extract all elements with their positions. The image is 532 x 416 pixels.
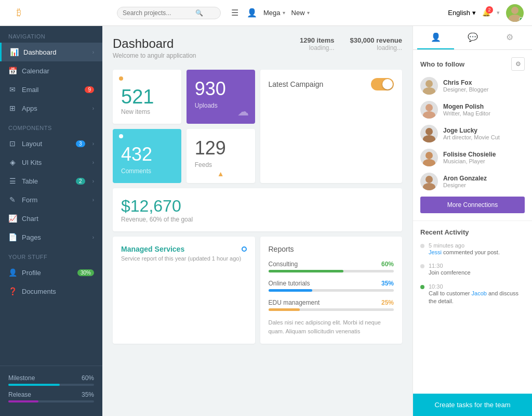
follow-name-3: Folisise Chosielie (443, 151, 496, 158)
page-header-left: Dashboard Welcome to angulr application (113, 36, 196, 59)
sidebar-item-layout[interactable]: ⊡ Layout 3 › (0, 134, 102, 153)
sidebar-item-table[interactable]: ☰ Table 2 › (0, 172, 102, 190)
sidebar-item-chart[interactable]: 📈 Chart (0, 209, 102, 228)
who-to-follow-header: Who to follow ⚙ (420, 57, 525, 71)
svg-point-0 (511, 7, 518, 14)
milestone-row: Milestone 60% (8, 374, 94, 382)
sidebar-item-pages[interactable]: 📄 Pages › (0, 228, 102, 246)
notification-bell[interactable]: 🔔 2 (482, 9, 490, 17)
create-task-button[interactable]: Create tasks for the team (413, 394, 532, 416)
follow-role-2: Art director, Movie Cut (443, 134, 500, 140)
milestone-progress-fill (8, 384, 60, 386)
sidebar-label-chart: Chart (22, 215, 94, 223)
milestone-label: Milestone (8, 374, 35, 382)
campaign-toggle[interactable] (371, 78, 394, 90)
bottom-row: Managed Services Service report of this … (113, 237, 402, 344)
tab-profile[interactable]: 👤 (417, 26, 454, 49)
stat-items: 1290 items loading... (300, 36, 335, 51)
user-avatar[interactable] (506, 4, 524, 22)
report-consulting-row: Consulting 60% (269, 261, 394, 268)
milestone-pct: 60% (82, 374, 94, 382)
mega-menu[interactable]: Mega ▾ (263, 9, 285, 17)
release-label: Release (8, 391, 31, 398)
sidebar-label-table: Table (22, 177, 71, 185)
dashboard-icon: 📊 (10, 48, 18, 56)
uikits-icon: ◈ (8, 158, 17, 166)
activity-link-jacob[interactable]: Jacob (472, 290, 487, 296)
report-edu-fill (269, 308, 300, 311)
list-icon[interactable]: ☰ (231, 8, 238, 18)
form-icon: ✎ (8, 196, 17, 204)
follow-item-4: Aron Gonzalez Designer (420, 173, 525, 190)
more-connections-button[interactable]: More Connections (420, 197, 525, 213)
card-revenue: $12,670 Revenue, 60% of the goal (113, 188, 402, 231)
topbar-dropdown-arrow[interactable]: ▾ (497, 9, 500, 16)
search-input[interactable] (123, 9, 195, 17)
report-tutorials-pct: 35% (381, 280, 394, 287)
activity-dot-0 (420, 244, 424, 248)
language-selector[interactable]: English ▾ (448, 9, 476, 17)
pages-arrow: › (92, 235, 94, 240)
sidebar-label-pages: Pages (22, 233, 87, 241)
layout-arrow: › (92, 141, 94, 147)
milestone-progress-track (8, 384, 94, 386)
sidebar-item-email[interactable]: ✉ Email 9 (0, 80, 102, 99)
activity-text-2: Call to customer Jacob and discuss the d… (429, 290, 525, 306)
topbar-right: English ▾ 🔔 2 ▾ (448, 4, 524, 22)
dashboard-arrow: › (92, 49, 94, 55)
layout-icon: ⊡ (8, 139, 17, 148)
sidebar-item-calendar[interactable]: 📅 Calendar (0, 61, 102, 80)
sidebar-item-documents[interactable]: ❓ Documents (0, 282, 102, 301)
follow-item-3: Folisise Chosielie Musician, Player (420, 149, 525, 166)
tab-chat[interactable]: 💬 (454, 26, 491, 49)
svg-point-2 (425, 80, 433, 87)
reports-title: Reports (269, 245, 394, 253)
stat-revenue: $30,000 revenue loading... (350, 36, 402, 51)
report-consulting-label: Consulting (269, 261, 298, 268)
revenue-label: Revenue, 60% of the goal (121, 216, 394, 223)
toggle-knob (382, 79, 393, 89)
release-progress-track (8, 400, 94, 402)
recent-activity-section: Recent Activity 5 minutes ago Jessi comm… (413, 220, 532, 394)
report-edu: EDU management 25% (269, 299, 394, 311)
right-panel: 👤 💬 ⚙ Who to follow ⚙ Chris Fox Designer… (413, 26, 532, 416)
comments-dot (119, 134, 123, 138)
follow-role-3: Musician, Player (443, 158, 496, 164)
sidebar-item-form[interactable]: ✎ Form › (0, 190, 102, 209)
sidebar-item-apps[interactable]: ⊞ Apps › (0, 99, 102, 118)
sidebar-item-profile[interactable]: 👤 Profile 30% (0, 263, 102, 282)
svg-point-5 (423, 111, 435, 119)
search-box[interactable]: 🔍 (117, 7, 221, 19)
tab-settings[interactable]: ⚙ (491, 26, 528, 49)
avatar-aron (420, 173, 438, 190)
follow-name-2: Joge Lucky (443, 127, 500, 134)
follow-item-0: Chris Fox Designer, Blogger (420, 77, 525, 95)
brand-name: Angulr (25, 8, 52, 18)
follow-info-0: Chris Fox Designer, Blogger (443, 79, 488, 93)
page-header: Dashboard Welcome to angulr application … (113, 36, 402, 59)
email-icon: ✉ (8, 85, 17, 94)
managed-status-dot (242, 246, 247, 252)
new-menu[interactable]: New ▾ (291, 9, 310, 17)
svg-point-10 (425, 176, 433, 183)
report-tutorials: Online tutorials 35% (269, 280, 394, 292)
user-icon[interactable]: 👤 (247, 8, 257, 18)
sidebar-label-profile: Profile (22, 269, 72, 277)
profile-badge: 30% (77, 269, 94, 276)
svg-point-7 (423, 135, 435, 142)
gear-button[interactable]: ⚙ (511, 57, 525, 71)
sidebar-item-uikits[interactable]: ◈ UI Kits › (0, 153, 102, 172)
activity-dot-1 (420, 264, 424, 268)
release-progress-fill (8, 400, 38, 402)
table-badge: 2 (76, 178, 85, 185)
report-tutorials-row: Online tutorials 35% (269, 280, 394, 287)
svg-point-3 (423, 87, 435, 95)
new-label: New (291, 9, 305, 17)
who-to-follow-section: Who to follow ⚙ Chris Fox Designer, Blog… (413, 50, 532, 220)
activity-content-0: 5 minutes ago Jessi commented your post. (429, 242, 500, 256)
activity-link-jessi[interactable]: Jessi (429, 249, 442, 255)
sidebar-item-dashboard[interactable]: 📊 Dashboard › (0, 43, 102, 61)
avatar-folisise (420, 149, 438, 166)
sidebar-label-form: Form (22, 196, 87, 204)
apps-arrow: › (92, 106, 94, 111)
